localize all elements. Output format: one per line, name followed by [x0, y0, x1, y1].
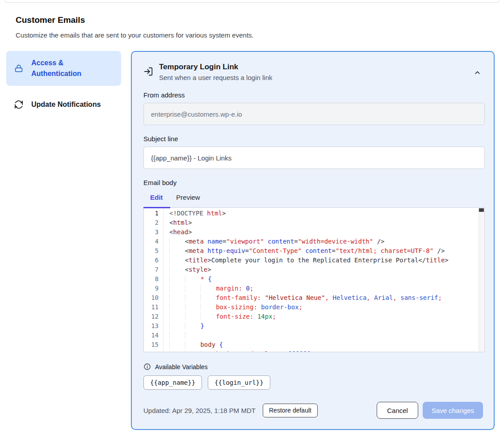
- variable-chip-app-name[interactable]: {{app_name}}: [143, 375, 202, 390]
- sidebar-item-label: Access & Authentication: [31, 58, 114, 79]
- subject-line-label: Subject line: [143, 135, 483, 143]
- code-text: margin: 0;: [164, 284, 484, 293]
- subject-line-input[interactable]: [143, 147, 485, 169]
- code-text: font-family: "Helvetica Neue", Helvetica…: [164, 293, 484, 303]
- line-number: 9: [144, 284, 164, 293]
- code-text: <head>: [164, 227, 484, 237]
- code-line: 16 background-color: #ffffff;: [144, 350, 484, 352]
- code-text: [164, 331, 484, 340]
- log-in-icon: [143, 67, 153, 76]
- variable-chip-login-url[interactable]: {{login_url}}: [208, 375, 270, 390]
- restore-default-button[interactable]: Restore default: [263, 404, 318, 417]
- page-subtitle: Customize the emails that are sent to yo…: [16, 31, 504, 39]
- active-tab-underline: [143, 207, 170, 208]
- code-line: 12 font-size: 14px;: [144, 312, 484, 321]
- code-line: 1<!DOCTYPE html>: [144, 209, 484, 218]
- lock-icon: [13, 63, 24, 74]
- code-text: <meta name="viewport" content="width=dev…: [164, 237, 484, 246]
- code-line: 5 <meta http-equiv="Content-Type" conten…: [144, 246, 484, 256]
- sync-icon: [13, 99, 24, 110]
- line-number: 5: [144, 246, 164, 256]
- panel-header-text: Temporary Login Link Sent when a user re…: [159, 63, 272, 81]
- email-body-tabs: Edit Preview: [143, 190, 483, 204]
- code-line: 13 }: [144, 321, 484, 331]
- line-number: 8: [144, 274, 164, 284]
- code-line: 9 margin: 0;: [144, 284, 484, 293]
- sidebar-item-label: Update Notifications: [31, 101, 101, 109]
- code-text: <title>Complete your login to the Replic…: [164, 256, 484, 265]
- code-editor[interactable]: 1<!DOCTYPE html>2<html>3<head>4 <meta na…: [143, 207, 485, 352]
- code-line: 2<html>: [144, 218, 484, 227]
- scrollbar-thumb[interactable]: [479, 208, 484, 212]
- line-number: 6: [144, 256, 164, 265]
- code-line: 7 <style>: [144, 265, 484, 274]
- code-text: background-color: #ffffff;: [164, 350, 484, 352]
- code-line: 10 font-family: "Helvetica Neue", Helvet…: [144, 293, 484, 303]
- available-variables-row: Available Variables: [143, 363, 483, 371]
- code-line: 11 box-sizing: border-box;: [144, 303, 484, 312]
- line-number: 2: [144, 218, 164, 227]
- line-number: 4: [144, 237, 164, 246]
- code-text: <html>: [164, 218, 484, 227]
- email-body-label: Email body: [143, 179, 483, 186]
- email-template-panel: Temporary Login Link Sent when a user re…: [131, 51, 495, 430]
- line-number: 14: [144, 331, 164, 340]
- code-line: 15 body {: [144, 340, 484, 350]
- line-number: 3: [144, 227, 164, 237]
- from-address-input[interactable]: [143, 103, 485, 125]
- chevron-up-icon: [474, 69, 481, 76]
- code-text: <style>: [164, 265, 484, 274]
- sidebar: Access & Authentication Update Notificat…: [6, 51, 121, 115]
- code-text: }: [164, 321, 484, 331]
- editor-wrap: 1<!DOCTYPE html>2<html>3<head>4 <meta na…: [143, 207, 485, 352]
- updated-timestamp: Updated: Apr 29, 2025, 1:18 PM MDT: [143, 407, 256, 414]
- info-icon: [143, 363, 151, 371]
- save-changes-button[interactable]: Save changes: [423, 402, 483, 419]
- code-text: font-size: 14px;: [164, 312, 484, 321]
- main-layout: Access & Authentication Update Notificat…: [0, 51, 504, 430]
- editor-scrollbar: [479, 208, 484, 351]
- code-text: box-sizing: border-box;: [164, 303, 484, 312]
- line-number: 11: [144, 303, 164, 312]
- collapse-button[interactable]: [472, 67, 483, 78]
- panel-header: Temporary Login Link Sent when a user re…: [143, 63, 483, 81]
- code-line: 8 * {: [144, 274, 484, 284]
- available-variables-label: Available Variables: [155, 363, 208, 371]
- code-line: 3<head>: [144, 227, 484, 237]
- panel-title: Temporary Login Link: [159, 63, 272, 72]
- code-text: <!DOCTYPE html>: [164, 209, 484, 218]
- code-text: body {: [164, 340, 484, 350]
- sidebar-item-update-notifications[interactable]: Update Notifications: [6, 94, 121, 115]
- code-lines: 1<!DOCTYPE html>2<html>3<head>4 <meta na…: [144, 208, 484, 352]
- top-card-edge: [4, 0, 500, 3]
- code-text: * {: [164, 274, 484, 284]
- tab-edit[interactable]: Edit: [143, 190, 169, 204]
- code-line: 4 <meta name="viewport" content="width=d…: [144, 237, 484, 246]
- line-number: 10: [144, 293, 164, 303]
- line-number: 7: [144, 265, 164, 274]
- variable-chips: {{app_name}} {{login_url}}: [143, 375, 483, 390]
- code-text: <meta http-equiv="Content-Type" content=…: [164, 246, 484, 256]
- line-number: 15: [144, 340, 164, 350]
- sidebar-item-access-authentication[interactable]: Access & Authentication: [6, 51, 121, 86]
- line-number: 1: [144, 209, 164, 218]
- from-address-label: From address: [143, 91, 483, 99]
- cancel-button[interactable]: Cancel: [377, 402, 418, 419]
- line-number: 16: [144, 350, 164, 352]
- line-number: 12: [144, 312, 164, 321]
- page-title: Customer Emails: [16, 15, 504, 25]
- tab-preview[interactable]: Preview: [169, 190, 206, 204]
- panel-subtitle: Sent when a user requests a login link: [159, 74, 272, 81]
- panel-footer: Updated: Apr 29, 2025, 1:18 PM MDT Resto…: [143, 402, 483, 419]
- code-line: 6 <title>Complete your login to the Repl…: [144, 256, 484, 265]
- line-number: 13: [144, 321, 164, 331]
- code-line: 14: [144, 331, 484, 340]
